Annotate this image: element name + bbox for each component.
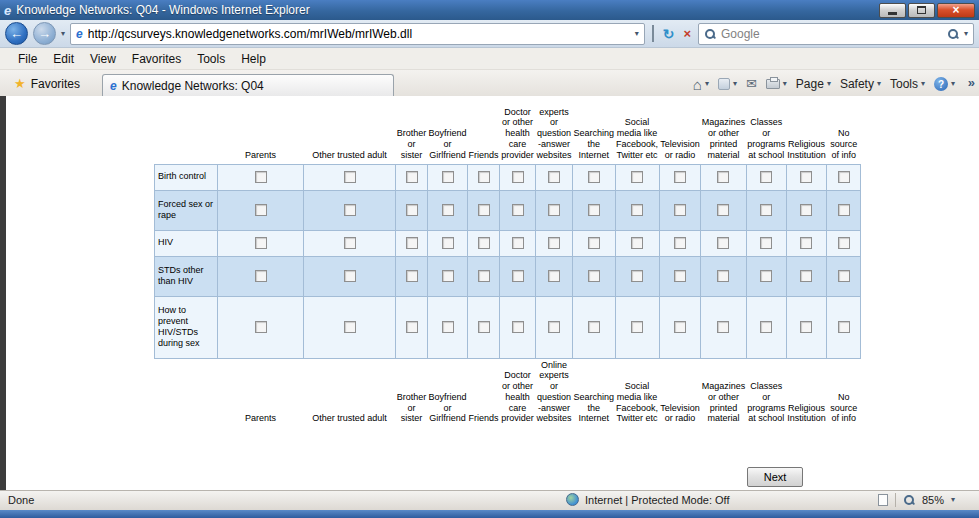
answer-checkbox[interactable] bbox=[512, 204, 524, 216]
url-text[interactable]: http://qcsurveys.knowledgenetworks.com/m… bbox=[88, 27, 630, 41]
answer-checkbox[interactable] bbox=[588, 270, 600, 282]
answer-checkbox[interactable] bbox=[512, 321, 524, 333]
back-button[interactable]: ← bbox=[5, 22, 28, 45]
answer-checkbox[interactable] bbox=[800, 237, 812, 249]
answer-checkbox[interactable] bbox=[478, 270, 490, 282]
answer-checkbox[interactable] bbox=[588, 237, 600, 249]
answer-checkbox[interactable] bbox=[442, 270, 454, 282]
answer-checkbox[interactable] bbox=[512, 237, 524, 249]
answer-checkbox[interactable] bbox=[631, 321, 643, 333]
favorites-button[interactable]: ★ Favorites bbox=[6, 73, 88, 96]
answer-checkbox[interactable] bbox=[406, 321, 418, 333]
print-button[interactable]: ▾ bbox=[766, 79, 787, 89]
stop-button[interactable]: × bbox=[681, 26, 693, 41]
answer-checkbox[interactable] bbox=[800, 321, 812, 333]
answer-checkbox[interactable] bbox=[717, 270, 729, 282]
answer-checkbox[interactable] bbox=[344, 204, 356, 216]
answer-checkbox[interactable] bbox=[255, 237, 267, 249]
search-box[interactable]: Google ▾ bbox=[698, 23, 974, 45]
answer-checkbox[interactable] bbox=[800, 270, 812, 282]
answer-checkbox[interactable] bbox=[255, 270, 267, 282]
answer-checkbox[interactable] bbox=[478, 171, 490, 183]
answer-checkbox[interactable] bbox=[344, 171, 356, 183]
refresh-button[interactable]: ↻ bbox=[661, 26, 677, 42]
answer-checkbox[interactable] bbox=[838, 204, 850, 216]
answer-checkbox[interactable] bbox=[674, 171, 686, 183]
answer-checkbox[interactable] bbox=[717, 171, 729, 183]
answer-checkbox[interactable] bbox=[442, 204, 454, 216]
answer-checkbox[interactable] bbox=[406, 270, 418, 282]
answer-checkbox[interactable] bbox=[344, 237, 356, 249]
menu-favorites[interactable]: Favorites bbox=[124, 50, 189, 68]
answer-checkbox[interactable] bbox=[588, 171, 600, 183]
search-input[interactable]: Google bbox=[721, 27, 942, 41]
answer-checkbox[interactable] bbox=[442, 321, 454, 333]
answer-checkbox[interactable] bbox=[838, 321, 850, 333]
recent-pages-chevron-icon[interactable]: ▾ bbox=[61, 30, 65, 38]
answer-checkbox[interactable] bbox=[760, 204, 772, 216]
answer-checkbox[interactable] bbox=[631, 171, 643, 183]
answer-checkbox[interactable] bbox=[548, 237, 560, 249]
answer-checkbox[interactable] bbox=[512, 270, 524, 282]
forward-button[interactable]: → bbox=[33, 22, 56, 45]
minimize-button[interactable] bbox=[879, 3, 906, 18]
search-options-chevron-icon[interactable]: ▾ bbox=[964, 30, 968, 38]
zoom-magnifier-icon[interactable] bbox=[903, 494, 915, 506]
feeds-button[interactable]: ▾ bbox=[718, 78, 737, 90]
answer-checkbox[interactable] bbox=[478, 204, 490, 216]
safety-menu-button[interactable]: Safety ▾ bbox=[840, 77, 881, 91]
close-button[interactable]: × bbox=[937, 3, 975, 18]
answer-checkbox[interactable] bbox=[838, 270, 850, 282]
answer-checkbox[interactable] bbox=[406, 204, 418, 216]
compatibility-view-button[interactable] bbox=[650, 26, 656, 41]
answer-checkbox[interactable] bbox=[344, 321, 356, 333]
page-menu-button[interactable]: Page ▾ bbox=[796, 77, 831, 91]
answer-checkbox[interactable] bbox=[548, 270, 560, 282]
answer-checkbox[interactable] bbox=[631, 270, 643, 282]
answer-checkbox[interactable] bbox=[442, 237, 454, 249]
answer-checkbox[interactable] bbox=[255, 171, 267, 183]
answer-checkbox[interactable] bbox=[548, 321, 560, 333]
answer-checkbox[interactable] bbox=[800, 204, 812, 216]
menu-view[interactable]: View bbox=[82, 50, 124, 68]
answer-checkbox[interactable] bbox=[717, 204, 729, 216]
answer-checkbox[interactable] bbox=[344, 270, 356, 282]
answer-checkbox[interactable] bbox=[478, 321, 490, 333]
read-mail-button[interactable]: ✉ bbox=[746, 78, 757, 90]
answer-checkbox[interactable] bbox=[588, 204, 600, 216]
answer-checkbox[interactable] bbox=[406, 171, 418, 183]
answer-checkbox[interactable] bbox=[760, 171, 772, 183]
maximize-button[interactable] bbox=[908, 3, 935, 18]
answer-checkbox[interactable] bbox=[548, 204, 560, 216]
answer-checkbox[interactable] bbox=[717, 237, 729, 249]
answer-checkbox[interactable] bbox=[838, 171, 850, 183]
answer-checkbox[interactable] bbox=[674, 204, 686, 216]
answer-checkbox[interactable] bbox=[674, 270, 686, 282]
menu-edit[interactable]: Edit bbox=[45, 50, 82, 68]
answer-checkbox[interactable] bbox=[442, 171, 454, 183]
zoom-level[interactable]: 85% bbox=[922, 494, 944, 506]
answer-checkbox[interactable] bbox=[255, 204, 267, 216]
answer-checkbox[interactable] bbox=[674, 321, 686, 333]
answer-checkbox[interactable] bbox=[674, 237, 686, 249]
answer-checkbox[interactable] bbox=[631, 237, 643, 249]
home-button[interactable]: ⌂ ▾ bbox=[693, 78, 709, 91]
answer-checkbox[interactable] bbox=[760, 237, 772, 249]
answer-checkbox[interactable] bbox=[255, 321, 267, 333]
answer-checkbox[interactable] bbox=[717, 321, 729, 333]
menu-tools[interactable]: Tools bbox=[189, 50, 233, 68]
answer-checkbox[interactable] bbox=[588, 321, 600, 333]
toolbar-overflow-chevron-icon[interactable]: » bbox=[968, 75, 975, 90]
menu-file[interactable]: File bbox=[10, 50, 45, 68]
answer-checkbox[interactable] bbox=[800, 171, 812, 183]
answer-checkbox[interactable] bbox=[512, 171, 524, 183]
address-dropdown-chevron-icon[interactable]: ▾ bbox=[635, 30, 639, 38]
zoom-chevron-icon[interactable]: ▾ bbox=[951, 496, 955, 504]
answer-checkbox[interactable] bbox=[760, 321, 772, 333]
answer-checkbox[interactable] bbox=[406, 237, 418, 249]
answer-checkbox[interactable] bbox=[631, 204, 643, 216]
answer-checkbox[interactable] bbox=[838, 237, 850, 249]
search-icon[interactable] bbox=[947, 28, 959, 40]
next-button[interactable]: Next bbox=[747, 467, 803, 487]
tab-knowledge-networks[interactable]: e Knowledge Networks: Q04 bbox=[102, 74, 394, 96]
